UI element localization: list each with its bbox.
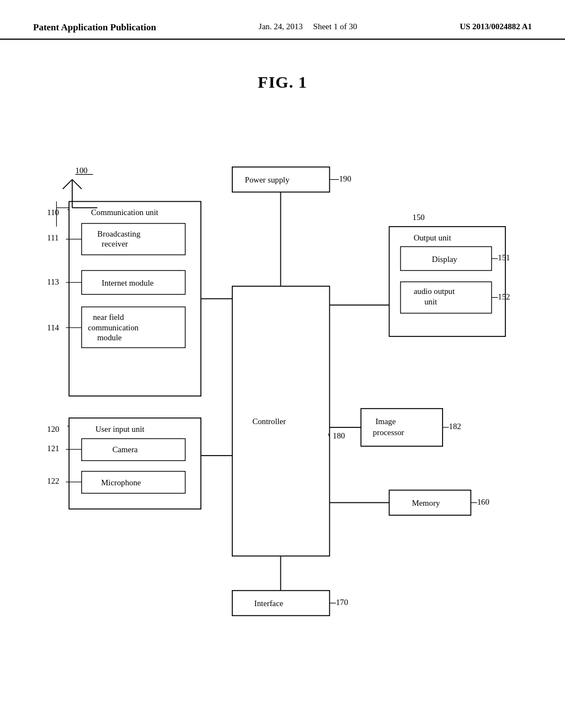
header-center: Jan. 24, 2013 Sheet 1 of 30 (259, 22, 357, 31)
image-processor-label2: processor (373, 428, 404, 437)
user-input-label: User input unit (95, 425, 145, 433)
diagram-svg: 100 Communication unit 110 Broadcasting … (0, 133, 565, 728)
broadcasting-ref: 111 (47, 233, 58, 242)
audio-ref: 152 (498, 292, 510, 301)
interface-ref: 170 (336, 598, 348, 607)
header-right: US 2013/0024882 A1 (460, 22, 532, 31)
nfc-ref: 114 (47, 323, 59, 332)
nfc-label3: module (97, 333, 122, 342)
interface-label: Interface (254, 599, 284, 608)
broadcasting-label2: receiver (102, 239, 128, 248)
memory-ref: 160 (477, 497, 489, 506)
camera-ref: 121 (47, 444, 59, 453)
audio-label1: audio output (414, 287, 455, 296)
output-unit-label: Output unit (414, 233, 452, 242)
user-input-ref: 120 (47, 425, 59, 433)
main-content: FIG. 1 100 Communication unit 110 Bro (0, 73, 565, 728)
svg-line-3 (72, 180, 82, 189)
image-processor-ref: 182 (449, 422, 461, 431)
controller-ref: 180 (333, 431, 345, 440)
power-supply-label: Power supply (245, 175, 290, 184)
microphone-ref: 122 (47, 477, 59, 485)
header-sheet: Sheet 1 of 30 (313, 22, 358, 31)
output-unit-ref: 150 (413, 213, 425, 222)
comm-unit-ref: 110 (47, 208, 59, 217)
internet-ref: 113 (47, 277, 59, 286)
memory-label: Memory (412, 499, 440, 507)
display-label: Display (432, 255, 458, 264)
broadcasting-label: Broadcasting (97, 229, 141, 238)
svg-rect-8 (82, 223, 185, 255)
root-ref-label: 100 (76, 166, 88, 175)
svg-line-2 (63, 180, 72, 189)
page-header: Patent Application Publication Jan. 24, … (0, 0, 565, 40)
header-date: Jan. 24, 2013 (259, 22, 303, 31)
header-left: Patent Application Publication (33, 22, 156, 33)
camera-label: Camera (113, 445, 138, 454)
power-supply-ref: 190 (339, 174, 351, 183)
nfc-label1: near field (93, 313, 124, 322)
comm-unit-label: Communication unit (91, 208, 159, 217)
diagram-container: 100 Communication unit 110 Broadcasting … (0, 133, 565, 728)
microphone-label: Microphone (101, 478, 141, 487)
internet-label: Internet module (102, 279, 153, 287)
image-processor-label1: Image (375, 417, 396, 426)
figure-title: FIG. 1 (0, 73, 565, 92)
nfc-label2: communication (88, 323, 139, 332)
controller-label: Controller (252, 417, 286, 426)
audio-label2: unit (424, 297, 438, 306)
display-ref: 151 (498, 253, 510, 262)
